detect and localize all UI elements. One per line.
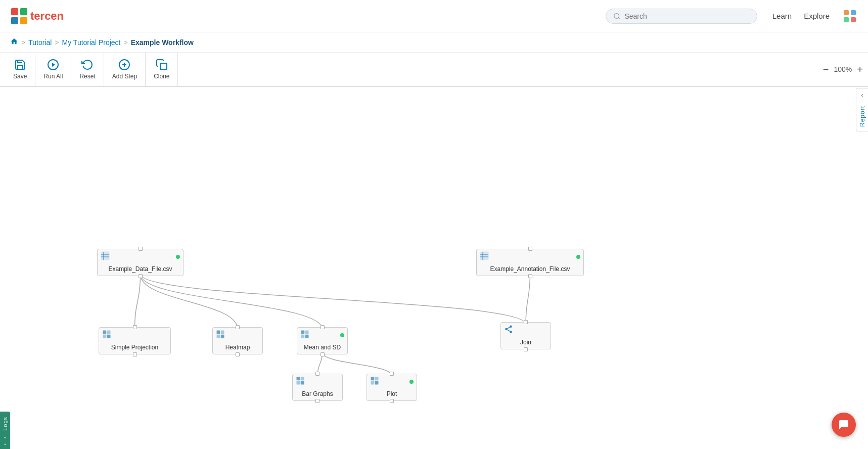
save-icon [14,59,26,71]
node-header-join [501,323,551,337]
connection-data_file-join [141,274,526,324]
svg-rect-27 [107,335,111,338]
node-header-simple_proj [99,328,170,342]
node-header-mean_sd [297,328,347,342]
node-icon-simple_proj [102,330,111,341]
connector-top-simple_proj [133,325,137,329]
connector-bottom-mean_sd [321,352,325,356]
svg-rect-48 [375,381,379,385]
connector-bottom-annotation_file [528,274,532,278]
connector-top-join [524,320,528,324]
connection-data_file-heatmap [141,274,238,329]
side-logs-panel[interactable]: Logs ⌄ ⌄ [0,412,10,448]
node-status-dot-mean_sd [340,333,344,337]
node-header-plot [367,374,417,388]
header: tercen Learn Explore [0,0,868,32]
breadcrumb-tutorial[interactable]: Tutorial [28,38,52,47]
zoom-level: 100% [834,65,852,73]
side-report-panel[interactable]: ‹ Report [856,88,868,131]
svg-point-37 [505,328,508,331]
svg-rect-24 [103,331,107,334]
search-bar[interactable] [606,9,757,24]
node-icon-heatmap [216,330,225,341]
breadcrumb-project[interactable]: My Tutorial Project [62,38,121,47]
workflow-node-plot[interactable]: Plot [367,374,417,401]
explore-link[interactable]: Explore [804,12,830,20]
workflow-node-heatmap[interactable]: Heatmap [212,327,263,354]
node-icon-join [504,325,513,336]
side-report-label: Report [857,102,868,131]
node-icon-plot [370,376,379,387]
svg-line-40 [507,327,510,329]
svg-rect-28 [217,331,220,334]
node-icon-annotation_file [480,251,489,262]
svg-rect-31 [221,335,224,338]
connector-top-data_file [139,247,143,251]
connector-bottom-heatmap [236,352,240,356]
breadcrumb: > Tutorial > My Tutorial Project > Examp… [0,32,868,53]
svg-rect-20 [480,252,488,260]
zoom-controls: − 100% + [823,64,863,74]
breadcrumb-home[interactable] [10,37,18,47]
workflow-node-simple_proj[interactable]: Simple Projection [99,327,171,354]
search-input[interactable] [624,12,749,20]
breadcrumb-sep-3: > [123,38,127,47]
svg-rect-16 [101,252,109,260]
svg-rect-25 [107,331,111,334]
svg-rect-0 [11,8,18,15]
workflow-node-bar_graphs[interactable]: Bar Graphs [292,374,343,401]
workflow-node-data_file[interactable]: Example_Data_File.csv [97,249,184,276]
workflow-node-annotation_file[interactable]: Example_Annotation_File.csv [476,249,584,276]
logo-icon [10,7,28,25]
svg-marker-11 [52,63,55,67]
connector-bottom-bar_graphs [315,399,319,403]
svg-rect-35 [305,335,309,338]
add-step-button[interactable]: Add Step [104,53,146,86]
svg-line-5 [618,17,620,19]
workflow-node-mean_sd[interactable]: Mean and SD [297,327,348,354]
run-all-button[interactable]: Run All [35,53,71,86]
svg-rect-32 [301,331,305,334]
reset-button[interactable]: Reset [71,53,104,86]
svg-point-36 [510,326,512,328]
learn-link[interactable]: Learn [772,12,792,20]
workflow-node-join[interactable]: Join [500,322,551,349]
zoom-out-button[interactable]: − [823,64,829,74]
node-header-heatmap [213,328,262,342]
svg-rect-6 [844,10,849,15]
connection-data_file-mean_sd [141,274,323,329]
logs-chevron-icon: ⌄ [3,434,7,439]
node-status-dot-annotation_file [576,255,580,259]
logo[interactable]: tercen [10,7,64,25]
add-step-icon [118,59,130,71]
connector-top-mean_sd [321,325,325,329]
svg-rect-8 [844,17,849,22]
connection-mean_sd-plot [323,352,392,376]
svg-rect-7 [851,10,856,15]
side-report-arrow: ‹ [859,88,865,102]
zoom-in-button[interactable]: + [857,64,863,74]
node-header-annotation_file [477,249,583,263]
node-header-data_file [98,249,183,263]
clone-icon [156,59,168,71]
toolbar: Save Run All Reset Add Step Clone − 100%… [0,53,868,87]
chat-button[interactable] [832,413,856,437]
node-status-dot-plot [409,380,414,384]
reset-icon [81,59,94,71]
save-button[interactable]: Save [5,53,35,86]
clone-button[interactable]: Clone [146,53,178,86]
connection-data_file-simple_proj [135,274,141,329]
connector-bottom-join [524,347,528,351]
logo-name: ercen [34,10,64,22]
svg-rect-15 [160,63,167,70]
chat-icon [838,419,850,431]
svg-rect-29 [221,331,224,334]
svg-point-4 [614,13,619,18]
connector-bottom-plot [390,399,394,403]
user-icon[interactable] [842,8,858,24]
svg-rect-26 [103,335,107,338]
svg-line-39 [507,330,510,331]
svg-rect-46 [375,377,379,381]
node-status-dot-data_file [176,255,180,259]
breadcrumb-sep-1: > [21,38,25,47]
